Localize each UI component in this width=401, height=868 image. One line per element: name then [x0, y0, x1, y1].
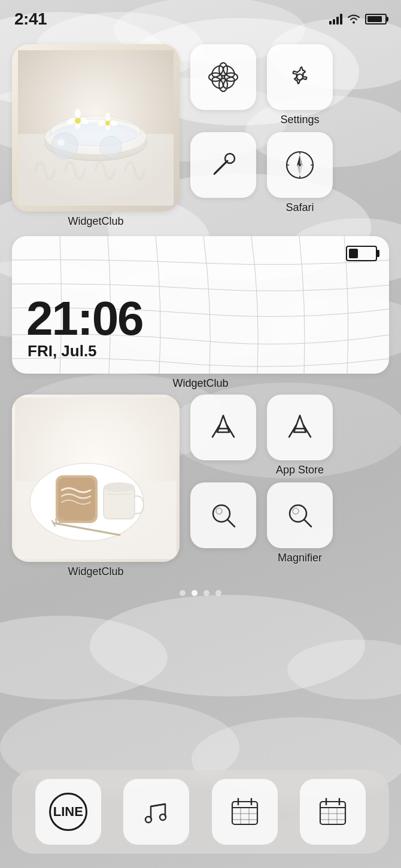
app-store-icon-box[interactable] — [267, 395, 333, 460]
magnifier-alt-search-icon — [207, 499, 239, 531]
flower-icon — [206, 60, 241, 94]
flower-bowl-illustration: ∿∿∿∿ — [18, 50, 174, 206]
magnifier-app-icon[interactable]: Magnifier — [267, 482, 333, 564]
safari-compass-icon — [282, 148, 317, 182]
svg-marker-60 — [300, 155, 303, 166]
wrench-app-icon[interactable] — [190, 132, 256, 214]
widgetclub-img-content: ∿∿∿∿ — [12, 44, 180, 212]
svg-point-31 — [75, 109, 81, 118]
clock-time: 21:06 — [26, 295, 143, 343]
app-store-alt-box[interactable] — [190, 395, 256, 460]
line-text: LINE — [53, 804, 83, 820]
page-dots — [12, 590, 389, 596]
settings-gear-icon — [282, 60, 317, 94]
app-store-alt-icon[interactable] — [190, 395, 256, 476]
svg-rect-104 — [320, 802, 345, 824]
svg-point-41 — [57, 139, 65, 146]
status-time: 2:41 — [14, 10, 47, 29]
svg-text:∿∿∿∿: ∿∿∿∿ — [30, 150, 150, 190]
svg-point-21 — [353, 22, 355, 24]
wifi-icon — [347, 14, 360, 25]
widgetclub-bottom-image[interactable] — [12, 395, 180, 562]
bottom-right-row1: App Store — [190, 395, 389, 476]
widgetclub-top-label-row: WidgetClub — [12, 215, 180, 228]
page-dot-3[interactable] — [203, 590, 209, 596]
svg-point-94 — [145, 817, 151, 823]
clock-widget[interactable]: .gl{stroke:#ccc;stroke-width:1;fill:none… — [12, 236, 389, 374]
svg-point-92 — [293, 508, 299, 514]
clock-widget-label: WidgetClub — [12, 377, 389, 390]
svg-line-91 — [304, 519, 311, 527]
app-store-main-icon — [283, 411, 317, 444]
magnifier-alt-box[interactable] — [190, 482, 256, 548]
clock-date: FRI, Jul.5 — [28, 342, 97, 360]
safari-app-icon[interactable]: Safari — [267, 132, 333, 214]
magnifier-icon-box[interactable] — [267, 482, 333, 548]
shortcuts-app-icon[interactable] — [190, 44, 256, 126]
clock-battery-fill — [349, 249, 358, 258]
svg-point-74 — [104, 482, 135, 492]
app-store-icon[interactable]: App Store — [267, 395, 333, 476]
line-app-dock-icon[interactable]: LINE — [35, 779, 101, 845]
widgetclub-top-label: WidgetClub — [68, 215, 123, 228]
settings-label: Settings — [280, 114, 319, 126]
bottom-apps-row: WidgetClub — [12, 395, 389, 582]
status-icons — [329, 14, 387, 25]
signal-icon — [329, 14, 342, 25]
svg-rect-96 — [232, 802, 257, 824]
bottom-right-icon-row: Safari — [190, 132, 389, 214]
svg-line-86 — [303, 425, 311, 437]
svg-line-93 — [151, 804, 165, 806]
svg-point-37 — [105, 113, 110, 121]
svg-line-56 — [215, 162, 226, 173]
status-bar: 2:41 — [0, 0, 401, 32]
calendar2-icon — [317, 796, 349, 828]
calendar1-dock-icon[interactable] — [212, 779, 278, 845]
food-illustration — [15, 398, 177, 559]
svg-marker-61 — [297, 164, 300, 175]
svg-rect-72 — [58, 478, 95, 521]
clock-battery — [346, 246, 377, 261]
settings-app-icon[interactable]: Settings — [267, 44, 333, 126]
widgetclub-bottom-widget[interactable]: WidgetClub — [12, 395, 180, 582]
svg-line-83 — [227, 425, 234, 437]
safari-icon-box[interactable] — [267, 132, 333, 198]
line-circle-icon: LINE — [49, 793, 87, 831]
battery-icon — [365, 14, 387, 25]
widgetclub-bottom-label: WidgetClub — [68, 566, 123, 578]
svg-marker-62 — [300, 164, 303, 175]
dock: LINE — [12, 770, 389, 854]
clock-battery-box — [346, 246, 377, 261]
magnifier-search-icon — [284, 499, 316, 531]
second-icon-column: App Store — [190, 395, 389, 564]
widgetclub-bottom-img-content — [12, 395, 180, 562]
music-app-dock-icon[interactable] — [123, 779, 189, 845]
safari-label: Safari — [285, 201, 314, 214]
svg-marker-59 — [297, 155, 300, 166]
page-dot-4[interactable] — [215, 590, 221, 596]
app-store-a-icon — [206, 411, 240, 444]
magnifier-alt-icon[interactable] — [190, 482, 256, 564]
svg-point-53 — [297, 74, 303, 80]
settings-icon-box[interactable] — [267, 44, 333, 110]
shortcuts-icon-box[interactable] — [190, 44, 256, 110]
calendar2-dock-icon[interactable] — [300, 779, 366, 845]
svg-point-33 — [75, 118, 81, 124]
svg-point-95 — [160, 814, 166, 820]
page-dot-1[interactable] — [180, 590, 186, 596]
app-store-label: App Store — [276, 464, 324, 476]
widgetclub-top-widget[interactable]: ∿∿∿∿ WidgetClub — [12, 44, 180, 231]
svg-point-39 — [105, 121, 110, 126]
svg-line-85 — [289, 425, 296, 437]
battery-fill — [367, 16, 382, 22]
wrench-icon-box[interactable] — [190, 132, 256, 198]
music-note-icon — [140, 796, 172, 828]
wrench-icon — [207, 149, 239, 181]
svg-line-82 — [212, 425, 220, 437]
widgetclub-top-image[interactable]: ∿∿∿∿ — [12, 44, 180, 212]
svg-point-89 — [216, 508, 222, 514]
right-icons-column: Settings — [190, 44, 389, 214]
page-dot-2[interactable] — [192, 590, 198, 596]
bottom-right-row2: Magnifier — [190, 482, 389, 564]
top-right-icon-row: Settings — [190, 44, 389, 126]
